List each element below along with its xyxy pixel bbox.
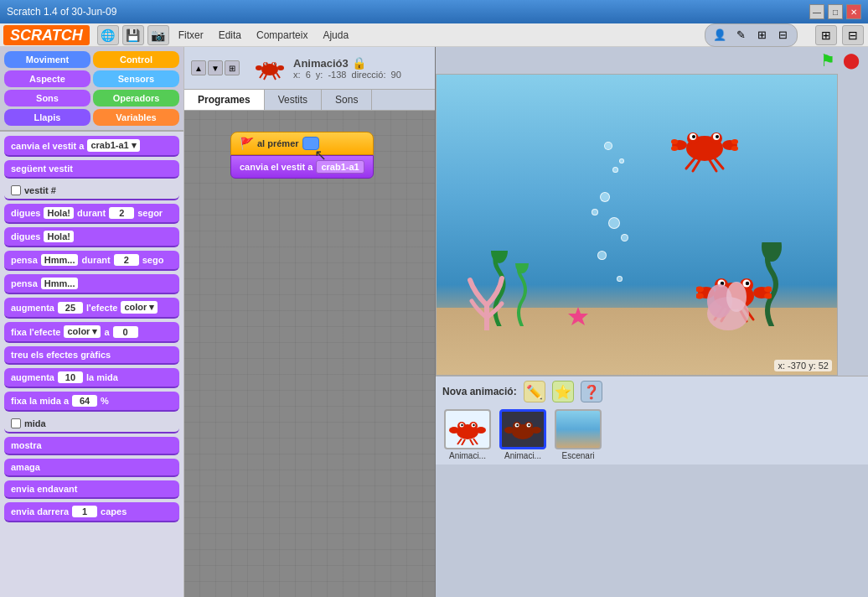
script-hat-block[interactable]: 🚩 al prémer [230,132,374,155]
sprites-bar: Nova animació: ✏️ ⭐ ❓ [436,376,868,465]
sprite-thumb-1[interactable]: Animaci... [442,409,493,460]
block-augmenta-efecte[interactable]: augmenta 25 l'efecte color ▾ [4,298,179,319]
maximize-button[interactable]: □ [828,4,843,19]
block-pensa[interactable]: pensa Hmm... [4,274,179,294]
sprite-img-2 [499,409,546,449]
green-flag-button[interactable]: ⚑ [818,50,838,70]
script-tabs: Programes Vestits Sons [184,90,435,111]
expand-icon-btn[interactable]: ⊞ [752,26,771,44]
block-fixa-mida[interactable]: fixa la mida a 64 % [4,392,179,412]
cursor-arrow: ↖ [314,146,327,164]
sprite-img-escenari [555,409,602,449]
globe-icon-btn[interactable]: 🌐 [97,25,119,45]
sprite-nav-expand[interactable]: ⊞ [225,60,240,75]
svg-marker-33 [568,307,588,325]
sprite-nav-down[interactable]: ▼ [208,60,223,75]
tab-sons[interactable]: Sons [322,90,372,110]
user-icon-btn[interactable]: 👤 [710,26,729,44]
sprite-thumb-2[interactable]: Animaci... [498,409,548,460]
help-tool-btn[interactable]: ❓ [581,381,602,402]
menu-fitxer[interactable]: Fitxer [172,28,210,43]
sprites-list: Animaci... [442,409,861,460]
minimize-button[interactable]: — [809,4,824,19]
close-button[interactable]: ✕ [846,4,861,19]
star-tool-btn[interactable]: ⭐ [552,381,574,402]
svg-line-11 [273,75,276,80]
tab-vestits[interactable]: Vestits [265,90,322,110]
cat-aspecte[interactable]: Aspecte [4,70,90,87]
categories-panel: Moviment Control Aspecte Sensors Sons Op… [0,47,183,132]
save-icon-btn[interactable]: 💾 [122,25,144,45]
svg-line-64 [462,439,465,445]
main-layout: Moviment Control Aspecte Sensors Sons Op… [0,47,868,597]
stop-button[interactable]: ⬤ [841,50,861,70]
block-augmenta-mida[interactable]: augmenta 10 la mida [4,368,179,388]
camera-icon-btn[interactable]: 📷 [147,25,169,45]
shrink-icon-btn[interactable]: ⊟ [773,26,792,44]
scripts-canvas[interactable]: 🚩 al prémer canvia el vestit a crab1-a1 … [184,111,435,597]
crab-1 [671,117,738,178]
edit-icon-btn[interactable]: ✎ [731,26,750,44]
bubble [604,142,612,150]
lock-icon: 🔒 [352,56,366,70]
seaweed-2 [512,263,533,329]
toolbar-buttons: 👤 ✎ ⊞ ⊟ [705,23,798,47]
cat-sensors[interactable]: Sensors [93,70,179,87]
hat-label: al prémer [257,138,299,148]
grid-icon-btn[interactable]: ⊞ [815,25,837,45]
paint-tool-btn[interactable]: ✏️ [524,381,545,402]
sprite-name: Animació3 [293,57,349,70]
bubble [592,209,598,215]
cat-operadors[interactable]: Operadors [93,90,179,106]
menu-ajuda[interactable]: Ajuda [316,28,355,43]
cat-moviment[interactable]: Moviment [4,51,90,68]
menubar: SCRATCH 🌐 💾 📷 Fitxer Edita Comparteix Aj… [0,23,868,47]
cat-llapis[interactable]: Llapis [4,109,90,126]
grid2-icon-btn[interactable]: ⊟ [842,25,864,45]
cat-control[interactable]: Control [93,51,179,68]
svg-line-63 [457,439,462,444]
cat-variables[interactable]: Variables [93,109,179,126]
block-mida[interactable]: mida [4,415,179,433]
menu-comparteix[interactable]: Comparteix [250,28,314,43]
sprite-nav: ▲ ▼ ⊞ [191,60,240,75]
block-vestit-num[interactable]: vestit # [4,182,179,200]
svg-point-5 [266,63,267,65]
coral-2 [703,272,753,333]
sprite-label-1: Animaci... [449,451,486,460]
block-mostra[interactable]: mostra [4,437,179,455]
vestit-checkbox[interactable] [11,185,21,195]
svg-line-65 [470,439,473,445]
block-canvia-vestit[interactable]: canvia el vestit a crab1-a1 ▾ [4,136,179,157]
bubble [612,167,618,173]
right-panel: ⚑ ⬤ [436,47,868,597]
menu-edita[interactable]: Edita [212,28,248,43]
svg-point-62 [476,427,486,433]
tab-programes[interactable]: Programes [184,90,265,110]
block-treu-efectes[interactable]: treu els efectes gràfics [4,346,179,365]
svg-line-28 [710,160,716,171]
new-animation-bar: Nova animació: ✏️ ⭐ ❓ [442,381,861,406]
sprite-thumbnail [253,51,287,85]
sprite-nav-up[interactable]: ▲ [191,60,206,75]
script-action-block[interactable]: canvia el vestit a crab1-a1 [230,155,374,179]
block-pensa-durant[interactable]: pensa Hmm... durant 2 sego [4,251,179,271]
new-animation-label: Nova animació: [442,386,517,397]
titlebar: Scratch 1.4 of 30-Jun-09 — □ ✕ [0,0,868,23]
block-envia-darrera[interactable]: envia darrera 1 capes [4,502,179,522]
block-digues-durant[interactable]: digues Hola! durant 2 segor [4,204,179,224]
mida-checkbox[interactable] [11,418,21,428]
sprite-thumb-escenari[interactable]: Escenari [553,409,603,460]
block-fixa-efecte[interactable]: fixa l'efecte color ▾ a 0 [4,322,179,343]
svg-point-59 [461,424,462,426]
block-envia-endavant[interactable]: envia endavant [4,480,179,499]
svg-point-23 [671,146,678,151]
action-label: canvia el vestit a [240,162,313,172]
block-seguent-vestit[interactable]: següent vestit [4,160,179,179]
cat-sons[interactable]: Sons [4,90,90,106]
bubble [608,217,620,229]
block-amaga[interactable]: amaga [4,459,179,477]
block-digues[interactable]: digues Hola! [4,227,179,247]
svg-point-25 [731,146,738,151]
svg-line-66 [473,439,478,444]
